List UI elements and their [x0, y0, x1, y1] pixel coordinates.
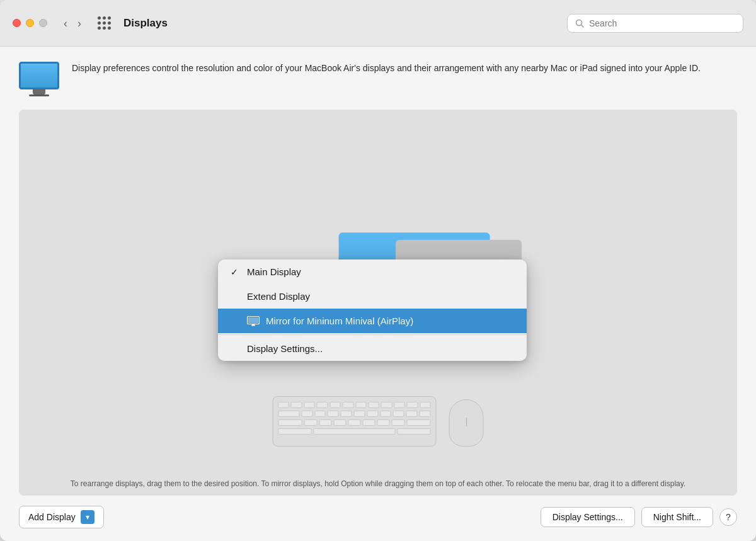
description-text: Display preferences control the resoluti… — [72, 62, 701, 76]
dropdown-settings-label: Display Settings... — [247, 343, 323, 354]
svg-rect-3 — [248, 317, 258, 323]
dropdown-extend-label: Extend Display — [247, 291, 310, 302]
dropdown-item-main[interactable]: ✓ Main Display — [218, 259, 527, 284]
mouse-illustration — [449, 399, 484, 447]
footer: Add Display ▾ Display Settings... Night … — [0, 496, 756, 541]
dropdown-divider — [218, 334, 527, 335]
svg-line-1 — [581, 25, 584, 27]
dropdown-item-extend[interactable]: Extend Display — [218, 284, 527, 309]
mirror-display-icon — [247, 316, 260, 326]
display-icon-stand — [33, 89, 45, 94]
svg-rect-5 — [251, 324, 255, 326]
dropdown-main-label: Main Display — [247, 266, 301, 277]
dropdown-item-settings[interactable]: Display Settings... — [218, 336, 527, 361]
traffic-lights — [13, 19, 47, 27]
app-grid-icon — [98, 16, 111, 30]
display-icon-screen — [19, 62, 59, 89]
help-button[interactable]: ? — [719, 508, 737, 526]
title-bar: ‹ › Displays — [0, 0, 756, 47]
description-section: Display preferences control the resoluti… — [19, 62, 737, 94]
hint-text: To rearrange displays, drag them to the … — [19, 472, 737, 496]
dropdown-mirror-label: Mirror for Mininum Minival (AirPlay) — [266, 316, 413, 326]
forward-button[interactable]: › — [74, 15, 85, 31]
add-display-label: Add Display — [28, 512, 81, 522]
night-shift-button[interactable]: Night Shift... — [641, 507, 713, 527]
grid-icon[interactable] — [95, 14, 113, 32]
dropdown-menu: ✓ Main Display Extend Display — [218, 259, 527, 361]
main-window: ‹ › Displays — [0, 0, 756, 541]
arrangement-area: Built-in Retina Display › Mininum Miniva… — [19, 110, 737, 496]
display-icon — [19, 62, 59, 94]
search-icon — [575, 19, 584, 28]
window-title: Displays — [123, 17, 168, 30]
footer-right: Display Settings... Night Shift... ? — [541, 507, 737, 527]
minimize-button[interactable] — [26, 19, 34, 27]
add-display-chevron-icon: ▾ — [81, 510, 94, 524]
maximize-button[interactable] — [39, 19, 47, 27]
footer-left: Add Display ▾ — [19, 506, 104, 528]
keyboard-area — [273, 396, 484, 447]
search-box[interactable] — [567, 14, 743, 33]
nav-buttons: ‹ › — [60, 15, 85, 31]
add-display-button[interactable]: Add Display ▾ — [19, 506, 104, 528]
keyboard-illustration — [273, 396, 437, 447]
dropdown-item-mirror[interactable]: Mirror for Mininum Minival (AirPlay) — [218, 309, 527, 333]
check-icon: ✓ — [231, 267, 241, 277]
close-button[interactable] — [13, 19, 21, 27]
display-settings-button[interactable]: Display Settings... — [541, 507, 635, 527]
display-icon-base — [29, 94, 49, 96]
content-area: Display preferences control the resoluti… — [0, 47, 756, 496]
back-button[interactable]: ‹ — [60, 15, 71, 31]
search-input[interactable] — [589, 18, 735, 28]
